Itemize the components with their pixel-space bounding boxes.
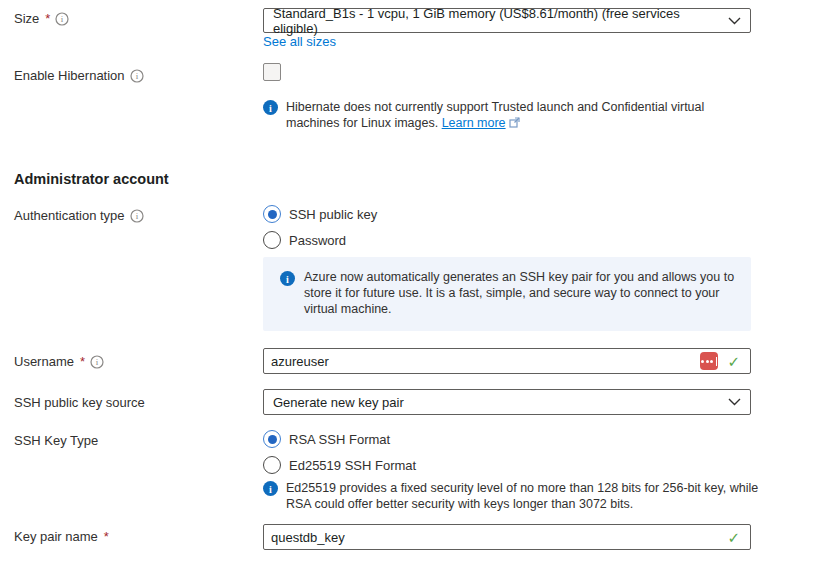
radio-ed25519-ssh-format[interactable]: Ed25519 SSH Format — [263, 456, 416, 474]
key-pair-name-field-wrap: ✓ — [263, 524, 751, 550]
svg-text:i: i — [269, 484, 272, 495]
info-icon[interactable]: i — [90, 355, 104, 369]
radio-label: Ed25519 SSH Format — [289, 458, 416, 473]
svg-text:i: i — [269, 103, 272, 114]
radio-label: SSH public key — [289, 207, 377, 222]
ed25519-note: i Ed25519 provides a fixed security leve… — [263, 480, 783, 512]
radio-label: Password — [289, 233, 346, 248]
hibernation-label-text: Enable Hibernation — [14, 68, 125, 83]
key-pair-name-label: Key pair name* — [14, 529, 109, 544]
hibernate-note: i Hibernate does not currently support T… — [263, 99, 715, 132]
admin-account-heading: Administrator account — [14, 171, 169, 187]
info-filled-icon: i — [280, 271, 295, 290]
external-link-icon — [509, 116, 520, 132]
hibernation-checkbox[interactable] — [263, 63, 281, 81]
key-source-label: SSH public key source — [14, 395, 145, 410]
key-pair-name-label-text: Key pair name — [14, 529, 98, 544]
info-filled-icon: i — [263, 100, 278, 119]
vm-create-form: Size* i Standard_B1s - 1 vcpu, 1 GiB mem… — [0, 0, 833, 570]
valid-check-icon: ✓ — [727, 530, 740, 545]
password-manager-icon[interactable] — [700, 352, 718, 370]
username-label-text: Username — [14, 354, 74, 369]
chevron-down-icon — [728, 398, 741, 406]
see-all-sizes-link[interactable]: See all sizes — [263, 34, 336, 49]
svg-text:i: i — [61, 14, 64, 24]
key-type-label: SSH Key Type — [14, 433, 98, 448]
info-icon[interactable]: i — [130, 69, 144, 83]
key-source-label-text: SSH public key source — [14, 395, 145, 410]
svg-text:i: i — [135, 211, 138, 221]
username-input[interactable] — [271, 354, 694, 369]
required-asterisk: * — [104, 529, 109, 544]
ed25519-note-text: Ed25519 provides a fixed security level … — [286, 480, 778, 512]
size-label: Size* i — [14, 11, 69, 26]
ssh-keypair-infobox-text: Azure now automatically generates an SSH… — [304, 269, 737, 317]
required-asterisk: * — [45, 11, 50, 26]
username-label: Username* i — [14, 354, 104, 369]
radio-password[interactable]: Password — [263, 231, 346, 249]
size-dropdown-value: Standard_B1s - 1 vcpu, 1 GiB memory (US$… — [273, 6, 720, 36]
radio-icon — [263, 205, 281, 223]
hibernation-label: Enable Hibernation i — [14, 68, 144, 83]
info-filled-icon: i — [263, 481, 278, 500]
info-icon[interactable]: i — [130, 209, 144, 223]
svg-text:i: i — [96, 357, 99, 367]
key-source-dropdown[interactable]: Generate new key pair — [263, 389, 751, 415]
svg-text:i: i — [286, 274, 289, 285]
auth-type-label-text: Authentication type — [14, 208, 125, 223]
radio-icon — [263, 231, 281, 249]
hibernate-note-text: Hibernate does not currently support Tru… — [286, 99, 710, 132]
key-type-label-text: SSH Key Type — [14, 433, 98, 448]
ssh-keypair-infobox: i Azure now automatically generates an S… — [263, 257, 751, 331]
size-dropdown[interactable]: Standard_B1s - 1 vcpu, 1 GiB memory (US$… — [263, 8, 751, 33]
radio-label: RSA SSH Format — [289, 432, 390, 447]
key-pair-name-input[interactable] — [271, 530, 718, 545]
key-source-dropdown-value: Generate new key pair — [273, 395, 404, 410]
info-icon[interactable]: i — [55, 12, 69, 26]
svg-text:i: i — [135, 71, 138, 81]
radio-ssh-public-key[interactable]: SSH public key — [263, 205, 377, 223]
size-label-text: Size — [14, 11, 39, 26]
radio-rsa-ssh-format[interactable]: RSA SSH Format — [263, 430, 390, 448]
radio-icon — [263, 430, 281, 448]
learn-more-link[interactable]: Learn more — [442, 116, 506, 130]
chevron-down-icon — [728, 17, 741, 25]
required-asterisk: * — [80, 354, 85, 369]
valid-check-icon: ✓ — [727, 354, 740, 369]
auth-type-label: Authentication type i — [14, 208, 144, 223]
radio-icon — [263, 456, 281, 474]
username-field-wrap: ✓ — [263, 348, 751, 374]
